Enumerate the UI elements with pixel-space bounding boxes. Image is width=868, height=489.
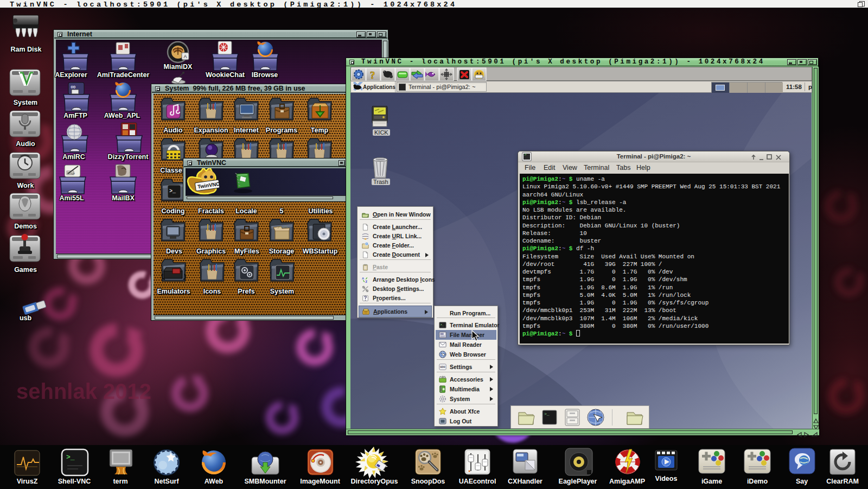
svg-text:>_: >_ [544,411,550,416]
svg-text:Z: Z [366,280,368,283]
svg-text:?: ? [370,69,375,81]
svg-text:A: A [184,54,187,59]
svg-text:>_: >_ [441,323,444,327]
svg-text:A: A [362,277,364,280]
svg-text:>_: >_ [66,453,75,461]
svg-text:>_: >_ [169,188,176,194]
svg-text:930: 930 [440,365,445,369]
